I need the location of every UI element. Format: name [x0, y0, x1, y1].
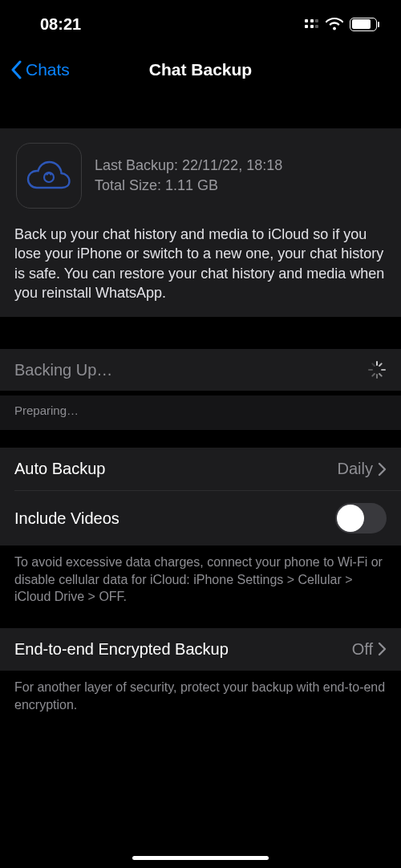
status-right — [305, 18, 377, 31]
cellular-dots-icon — [305, 19, 319, 29]
backup-settings-section: Auto Backup Daily Include Videos — [0, 448, 401, 546]
backup-progress-section: Backing Up… — [0, 349, 401, 391]
svg-line-4 — [379, 374, 382, 376]
e2e-backup-label: End-to-end Encrypted Backup — [14, 640, 229, 659]
back-label: Chats — [26, 60, 70, 79]
cloud-backup-icon — [16, 143, 82, 209]
nav-bar: Chats Chat Backup — [0, 48, 401, 91]
status-time: 08:21 — [40, 15, 81, 34]
total-size-label: Total Size: 1.11 GB — [95, 177, 282, 194]
e2e-section: End-to-end Encrypted Backup Off — [0, 628, 401, 671]
include-videos-row: Include Videos — [0, 491, 401, 546]
backup-status-label: Backing Up… — [14, 361, 112, 379]
home-indicator[interactable] — [132, 856, 269, 860]
auto-backup-label: Auto Backup — [14, 460, 105, 478]
e2e-hint: For another layer of security, protect y… — [0, 671, 401, 728]
e2e-backup-value: Off — [352, 640, 373, 659]
svg-line-6 — [372, 374, 375, 376]
svg-point-0 — [44, 172, 54, 182]
backup-info-section: Last Backup: 22/11/22, 18:18 Total Size:… — [0, 128, 401, 317]
backup-info-text: Last Backup: 22/11/22, 18:18 Total Size:… — [95, 157, 282, 194]
include-videos-label: Include Videos — [14, 509, 119, 528]
chevron-right-icon — [378, 462, 387, 477]
chevron-right-icon — [378, 642, 387, 656]
svg-line-8 — [372, 364, 375, 367]
wifi-icon — [326, 18, 343, 30]
e2e-backup-row[interactable]: End-to-end Encrypted Backup Off — [0, 628, 401, 671]
spinner-icon — [367, 360, 387, 379]
svg-line-2 — [379, 364, 382, 367]
status-bar: 08:21 — [0, 0, 401, 48]
back-button[interactable]: Chats — [10, 60, 70, 79]
data-charges-warning: To avoid excessive data charges, connect… — [0, 546, 401, 620]
backup-now-button[interactable]: Backing Up… — [0, 349, 401, 391]
auto-backup-value: Daily — [338, 460, 373, 478]
backup-description: Back up your chat history and media to i… — [0, 215, 401, 317]
backup-substatus-label: Preparing… — [0, 395, 401, 430]
auto-backup-row[interactable]: Auto Backup Daily — [0, 448, 401, 490]
last-backup-label: Last Backup: 22/11/22, 18:18 — [95, 157, 282, 174]
battery-icon — [350, 18, 377, 31]
include-videos-toggle[interactable] — [335, 503, 387, 533]
